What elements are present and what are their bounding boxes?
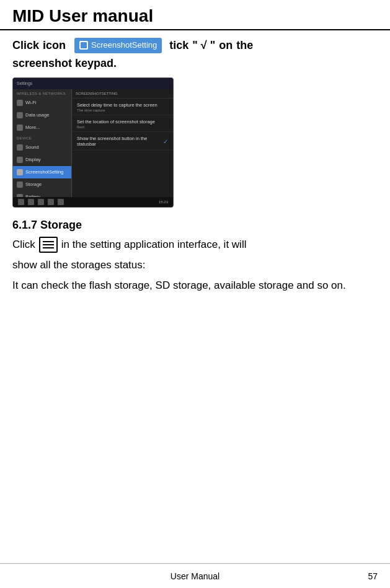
checkmark-icon: ✓: [163, 138, 168, 145]
right-panel-header: SCREENSHOTSETTING: [72, 89, 173, 99]
settings-body: WIRELESS & NETWORKS Wi-Fi Data usage Mor…: [13, 89, 173, 207]
screenshot-icon: [17, 169, 23, 175]
storage-label: Storage: [25, 182, 42, 187]
location-subtitle: flash: [77, 125, 168, 129]
settings-item-wifi[interactable]: Wi-Fi: [13, 97, 71, 109]
screenshot-keypad-text: screenshot keypad.: [12, 57, 378, 70]
settings-top-bar-label: Settings: [17, 81, 32, 86]
delay-title: Select delay time to capture the screen: [77, 102, 168, 108]
settings-item-data-usage[interactable]: Data usage: [13, 109, 71, 121]
section-wireless: WIRELESS & NETWORKS: [13, 89, 71, 97]
word-the: the: [236, 37, 253, 55]
settings-left-panel: WIRELESS & NETWORKS Wi-Fi Data usage Mor…: [13, 89, 72, 207]
status-time: 15:23: [159, 200, 168, 204]
nav-home-icon: [28, 199, 34, 205]
nav-back-icon: [18, 199, 24, 205]
settings-bottom-bar: 15:23: [13, 197, 173, 207]
right-item-show-button: Show the screenshot button in the status…: [72, 132, 173, 151]
data-usage-label: Data usage: [25, 112, 49, 118]
data-usage-icon: [17, 112, 23, 118]
word-on: on: [219, 37, 233, 55]
page-title: MID User manual: [12, 6, 378, 26]
show-button-row: Show the screenshot button in the status…: [77, 136, 168, 147]
storage-icon-left: [17, 182, 23, 188]
page-header: MID User manual: [0, 0, 390, 30]
word-tick: tick: [169, 37, 188, 55]
storage-hamburger-icon: [39, 237, 58, 253]
right-item-location: Set the location of screenshot storage f…: [72, 115, 173, 132]
main-content: Click icon ScreenshotSetting tick " √ " …: [0, 37, 390, 294]
settings-right-panel: SCREENSHOTSETTING Select delay time to c…: [72, 89, 173, 207]
wifi-label: Wi-Fi: [25, 100, 37, 105]
page-footer: User Manual 57: [0, 563, 390, 588]
settings-item-more[interactable]: More...: [13, 121, 71, 134]
settings-item-sound[interactable]: Sound: [13, 141, 71, 154]
tick-symbol: " √ ": [192, 37, 215, 55]
settings-item-storage[interactable]: Storage: [13, 178, 71, 191]
para-in-setting: in the setting application interface, it…: [61, 237, 247, 253]
page-number: 57: [368, 571, 378, 581]
sound-label: Sound: [25, 144, 39, 150]
settings-top-bar: Settings: [13, 78, 173, 89]
location-title: Set the location of screenshot storage: [77, 119, 168, 125]
wifi-icon: [17, 100, 23, 106]
word-click: Click: [12, 37, 39, 55]
screenshot-label: ScreenshotSetting: [25, 169, 63, 175]
sound-icon: [17, 144, 23, 151]
nav-menu-icon: [48, 199, 54, 205]
more-icon: [17, 125, 23, 131]
para-click-word: Click: [12, 237, 35, 253]
section-device: DEVICE: [13, 134, 71, 141]
settings-item-screenshot[interactable]: ScreenshotSetting: [13, 166, 71, 178]
badge-camera-icon: [79, 41, 88, 50]
display-icon: [17, 157, 23, 163]
storage-icon-line1: [43, 241, 54, 242]
page-container: MID User manual Click icon ScreenshotSet…: [0, 0, 390, 588]
word-icon: icon: [43, 37, 66, 55]
para-show-storages: show all the storages status:: [12, 257, 378, 273]
click-icon-line: Click icon ScreenshotSetting tick " √ " …: [12, 37, 378, 55]
right-item-delay: Select delay time to capture the screen …: [72, 99, 173, 115]
more-label: More...: [25, 125, 40, 130]
storage-icon-line3: [43, 247, 54, 248]
show-button-title: Show the screenshot button in the status…: [77, 136, 163, 147]
footer-label: User Manual: [171, 571, 219, 581]
settings-screenshot: Settings WIRELESS & NETWORKS Wi-Fi Data …: [12, 77, 174, 208]
storage-icon-line2: [43, 244, 54, 245]
nav-recents-icon: [38, 199, 44, 205]
nav-search-icon: [58, 199, 64, 205]
delay-subtitle: The slow capture: [77, 108, 168, 112]
display-label: Display: [25, 157, 41, 162]
settings-item-display[interactable]: Display: [13, 154, 71, 166]
para-check-storage: It can check the flash storage, SD stora…: [12, 277, 378, 294]
para-click-storage: Click in the setting application interfa…: [12, 237, 378, 253]
nav-icons: [18, 199, 64, 205]
badge-label: ScreenshotSetting: [91, 39, 157, 52]
section-617-heading: 6.1.7 Storage: [12, 219, 378, 232]
screenshot-setting-badge: ScreenshotSetting: [74, 38, 162, 53]
